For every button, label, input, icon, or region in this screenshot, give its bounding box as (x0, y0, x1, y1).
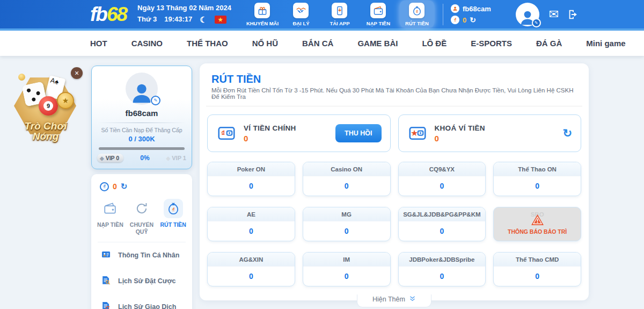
game-wallet-balance: 0 (208, 267, 295, 286)
show-more-button[interactable]: Hiện Thêm (357, 294, 431, 307)
clock-text: 19:43:17 (164, 14, 192, 25)
username-row[interactable]: fb68cam (451, 4, 491, 13)
refresh-balance-icon[interactable]: ↻ (121, 182, 128, 191)
sidebar: ✎ fb68cam Số Tiền Cần Nạp Để Thăng Cấp 0… (91, 66, 192, 309)
main-nav: HOTCASINOTHỂ THAONỔ HŨBẮN CÁGAME BÀILÔ Đ… (0, 31, 644, 56)
coin-icon: ₫ (100, 182, 109, 191)
svg-text:★: ★ (410, 128, 418, 138)
quick-link-deposit[interactable]: NẠP TIỀN (361, 1, 396, 28)
locked-wallet-info: KHOÁ VÍ TIỀN 0 (435, 124, 556, 143)
recall-button[interactable]: THU HỒI (335, 124, 381, 142)
game-wallet-card[interactable]: SBO THÔNG BÁO BẢO TRÌ (493, 207, 581, 241)
sidebar-balance-row: ₫ 0 ↻ (91, 179, 192, 197)
billiard-ball-icon: 9 (39, 96, 58, 116)
game-wallet-card[interactable]: JDBPoker&JDBSpribe 0 (398, 252, 486, 286)
game-wallet-card[interactable]: Casino ON 0 (303, 162, 391, 196)
nav-item[interactable]: ĐÁ GÀ (536, 39, 562, 48)
game-wallet-card[interactable]: Thể Thao CMD 0 (493, 252, 581, 286)
sidebar-item-personal-info[interactable]: Thông Tin Cá Nhân (91, 242, 192, 268)
game-wallet-card[interactable]: MG 0 (303, 207, 391, 241)
moon-icon[interactable]: ☾ (200, 13, 207, 26)
site-logo[interactable]: fb68 (90, 4, 127, 24)
warning-icon (531, 214, 544, 228)
top-bar: fb68 Ngày 13 Tháng 02 Năm 2024 Thứ 3 19:… (0, 0, 644, 31)
upgrade-label: Số Tiền Cần Nạp Để Thăng Cấp (97, 127, 186, 133)
promo-text: Trò ChơiNóng (8, 121, 84, 141)
game-wallet-card[interactable]: AG&XIN 0 (207, 252, 295, 286)
tab-transfer[interactable]: CHUYỂN QUỸ (126, 199, 158, 235)
nav-item[interactable]: CASINO (131, 39, 163, 48)
wallet-icon (370, 3, 386, 18)
page-subtitle: Mỗi Đơn Rút Tiền Chỉ Tốn Từ 3 -15 Phút. … (211, 87, 582, 100)
game-wallet-card[interactable]: Thể Thao ON 0 (493, 162, 581, 196)
nav-item[interactable]: GAME BÀI (357, 39, 398, 48)
quick-link-withdraw[interactable]: ₫ RÚT TIỀN (400, 1, 434, 28)
weekday-text: Thứ 3 (137, 14, 157, 25)
game-wallet-balance: 0 (494, 176, 581, 196)
transfer-icon (132, 199, 151, 218)
game-wallet-balance: 0 (208, 176, 295, 196)
promo-banner[interactable]: A♠ 9 ★ Trò ChơiNóng × (8, 67, 84, 141)
datetime-block: Ngày 13 Tháng 02 Năm 2024 Thứ 3 19:43:17… (137, 3, 231, 26)
header-quick-links: KHUYẾN MÃI ĐẠI LÝ TẢI APP NẠP TIỀN ₫ RÚT… (245, 1, 434, 28)
game-wallet-name: Poker ON (208, 162, 295, 176)
game-wallet-balance: 0 (303, 176, 390, 196)
divider (97, 123, 186, 123)
locked-wallet-card: ★ KHOÁ VÍ TIỀN 0 ↻ (398, 114, 582, 152)
vietnam-flag-icon[interactable]: ★ (215, 16, 226, 24)
game-wallet-card[interactable]: AE 0 (207, 207, 295, 241)
main-wallet-info: VÍ TIỀN CHÍNH 0 (244, 124, 328, 143)
edit-avatar-icon: ✎ (151, 96, 160, 105)
refresh-balance-icon[interactable]: ↻ (470, 16, 476, 24)
edit-profile-icon: ✎ (532, 18, 541, 27)
vip-progress-bar (99, 147, 185, 150)
nav-item[interactable]: E-SPORTS (471, 39, 512, 48)
maintenance-label: THÔNG BÁO BẢO TRÌ (508, 228, 567, 235)
sidebar-item-transaction-history[interactable]: Lịch Sử Giao Dịch (91, 294, 192, 309)
nav-item[interactable]: LÔ ĐỀ (422, 39, 447, 48)
diamond-icon: ◆ (166, 155, 171, 161)
game-wallet-card[interactable]: SG&JL&JDB&PG&PP&KM 0 (398, 207, 486, 241)
small-coin-icon (18, 74, 25, 81)
game-wallet-balance: 0 (303, 221, 390, 241)
nav-item[interactable]: BẮN CÁ (302, 39, 333, 48)
close-icon[interactable]: × (71, 67, 83, 79)
primary-wallets-row: ₫ VÍ TIỀN CHÍNH 0 THU HỒI ★ KHOÁ VÍ TIỀN… (206, 114, 582, 152)
quick-link-app[interactable]: TẢI APP (323, 1, 357, 28)
game-wallet-name: JDBPoker&JDBSpribe (399, 253, 486, 267)
main-wallet-value: 0 (244, 134, 328, 143)
coin-icon: ₫ (451, 16, 459, 24)
profile-avatar[interactable]: ✎ (126, 73, 158, 105)
refresh-wallets-icon[interactable]: ↻ (562, 127, 572, 140)
diamond-icon: ◆ (100, 155, 104, 161)
nav-item[interactable]: Mini game (586, 39, 625, 48)
game-wallet-name: IM (303, 253, 390, 267)
vip-row: ◆VIP 0 0% ◆VIP 1 (97, 154, 186, 162)
tab-deposit[interactable]: NẠP TIỀN (94, 199, 126, 235)
gold-coin-icon: ★ (57, 92, 74, 109)
logout-icon[interactable] (567, 9, 579, 20)
game-wallet-card[interactable]: CQ9&YX 0 (398, 162, 486, 196)
tab-withdraw[interactable]: ₫ RÚT TIỀN (157, 199, 189, 235)
locked-wallet-value: 0 (435, 134, 556, 143)
nav-item[interactable]: THỂ THAO (187, 39, 228, 48)
game-wallet-name: Thể Thao CMD (494, 253, 581, 267)
game-wallet-card[interactable]: Poker ON 0 (207, 162, 295, 196)
vip-percent: 0% (140, 154, 149, 162)
header-balance: 0 (463, 16, 466, 24)
money-bag-icon: ₫ (164, 199, 183, 218)
transaction-history-icon (101, 301, 111, 309)
sidebar-item-bet-history[interactable]: Lịch Sử Đặt Cược (91, 268, 192, 294)
locked-wallet-label: KHOÁ VÍ TIỀN (435, 124, 556, 132)
avatar[interactable]: ✎ (516, 3, 539, 26)
game-wallet-card[interactable]: IM 0 (303, 252, 391, 286)
svg-text:₫: ₫ (416, 9, 418, 14)
quick-link-promotions[interactable]: KHUYẾN MÃI (245, 1, 280, 28)
balance-row: ₫ 0 ↻ (451, 16, 491, 24)
mail-icon[interactable]: ✉ (549, 8, 559, 21)
nav-item[interactable]: HOT (90, 39, 107, 48)
game-wallet-name: MG (303, 207, 390, 221)
money-bag-icon: ₫ (409, 3, 425, 18)
quick-link-agent[interactable]: ĐẠI LÝ (284, 1, 318, 28)
nav-item[interactable]: NỔ HŨ (252, 39, 278, 48)
